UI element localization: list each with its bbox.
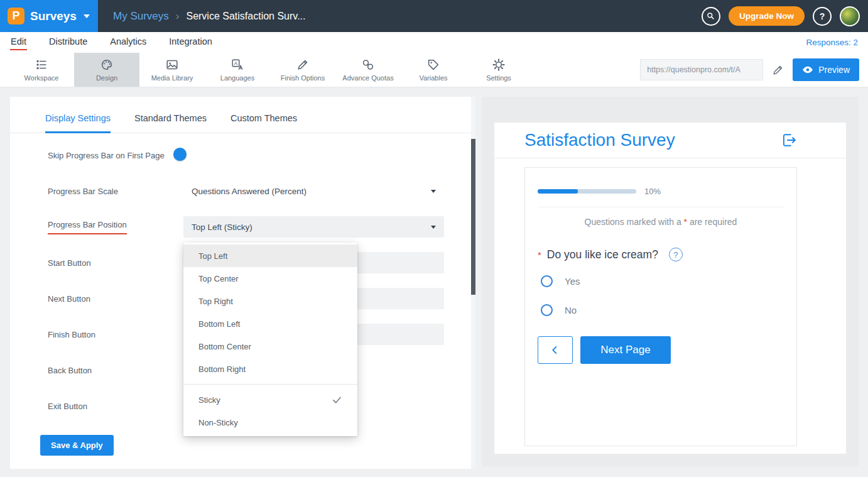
radio-icon[interactable]: [541, 275, 553, 287]
svg-text:A: A: [234, 60, 238, 67]
toolbar-label: Workspace: [24, 74, 59, 82]
preview-button[interactable]: Preview: [793, 58, 859, 81]
survey-url-input[interactable]: [640, 59, 763, 80]
dropdown-option-top-right[interactable]: Top Right: [183, 290, 357, 312]
dropdown-option-non-sticky[interactable]: Non-Sticky: [183, 411, 357, 434]
dropdown-divider: [183, 384, 357, 385]
tab-standard-themes[interactable]: Standard Themes: [134, 113, 207, 133]
dropdown-option-label: Bottom Right: [198, 365, 246, 374]
back-button-label: Back Button: [48, 366, 183, 375]
option-label: Yes: [565, 276, 580, 287]
dropdown-option-bottom-right[interactable]: Bottom Right: [183, 358, 357, 380]
tab-display-settings[interactable]: Display Settings: [45, 113, 111, 133]
toggle-knob: [173, 148, 187, 161]
required-note: Questions marked with a * are required: [538, 207, 784, 240]
next-page-button[interactable]: Next Page: [580, 336, 671, 364]
settings-gear-icon: [492, 58, 506, 72]
previous-page-button[interactable]: [538, 336, 573, 364]
next-button-label: Next Button: [48, 294, 183, 304]
dropdown-option-sticky[interactable]: Sticky: [183, 388, 357, 411]
questionpro-logo-icon: P: [8, 8, 24, 25]
toolbar-item-finish-options[interactable]: Finish Options: [270, 53, 335, 87]
question-card: 10% Questions marked with a * are requir…: [524, 167, 797, 446]
chevron-left-icon: [548, 343, 562, 357]
media-library-icon: [165, 58, 179, 72]
dropdown-option-label: Top Left: [198, 251, 227, 261]
finish-options-icon: [296, 58, 310, 72]
toolbar-label: Advance Quotas: [342, 74, 393, 82]
tab-analytics[interactable]: Analytics: [109, 35, 147, 50]
edit-toolbar: Workspace Design Media Library: [0, 53, 868, 87]
design-palette-icon: [100, 58, 114, 72]
breadcrumb-separator-icon: ›: [176, 10, 180, 23]
skip-progress-bar-label: Skip Progress Bar on First Page: [48, 151, 183, 160]
dropdown-option-top-center[interactable]: Top Center: [183, 267, 357, 290]
question-required-star: *: [538, 249, 541, 260]
chevron-down-icon: [431, 226, 436, 229]
design-settings-panel: Display Settings Standard Themes Custom …: [10, 97, 475, 469]
position-dropdown-menu: Top Left Top Center Top Right Bottom Lef…: [183, 243, 357, 436]
save-apply-button[interactable]: Save & Apply: [40, 435, 114, 456]
question-help-icon[interactable]: ?: [669, 248, 683, 261]
dropdown-option-top-left[interactable]: Top Left: [183, 244, 357, 267]
responses-count-link[interactable]: Responses: 2: [806, 38, 858, 47]
module-tab-bar: Edit Distribute Analytics Integration Re…: [0, 32, 868, 53]
progress-bar-position-row: Progress Bar Position Top Left (Sticky) …: [48, 216, 475, 238]
start-button-label: Start Button: [48, 258, 183, 268]
chevron-down-icon: [431, 190, 436, 193]
topbar-actions: Upgrade Now ?: [702, 6, 868, 26]
search-button[interactable]: [702, 7, 720, 26]
dropdown-option-label: Top Center: [198, 274, 239, 283]
breadcrumb-my-surveys[interactable]: My Surveys: [113, 10, 169, 23]
progress-bar-scale-value: Questions Answered (Percent): [192, 187, 307, 196]
dropdown-option-bottom-left[interactable]: Bottom Left: [183, 312, 357, 335]
tab-integration[interactable]: Integration: [168, 35, 213, 50]
survey-body: 10% Questions marked with a * are requir…: [494, 158, 846, 446]
dropdown-option-label: Non-Sticky: [198, 418, 238, 427]
toolbar-item-design[interactable]: Design: [74, 53, 139, 87]
tab-edit[interactable]: Edit: [10, 35, 27, 50]
toolbar-item-settings[interactable]: Settings: [466, 53, 531, 87]
toolbar-item-media-library[interactable]: Media Library: [139, 53, 205, 87]
breadcrumb-current-survey: Service Satisfaction Surv...: [186, 11, 305, 22]
tab-distribute[interactable]: Distribute: [48, 35, 88, 50]
toolbar-label: Variables: [419, 74, 447, 82]
avatar[interactable]: [840, 6, 860, 26]
toolbar-label: Settings: [486, 74, 511, 82]
progress-bar-track: [538, 189, 636, 194]
chevron-down-icon: [84, 14, 90, 18]
toolbar-item-variables[interactable]: Variables: [401, 53, 466, 87]
advance-quotas-icon: [361, 58, 375, 72]
answer-option-yes[interactable]: Yes: [541, 275, 784, 287]
survey-preview-card: Satisfaction Survey 10%: [494, 123, 846, 454]
toolbar-label: Design: [96, 74, 117, 82]
answer-option-no[interactable]: No: [541, 304, 784, 316]
scrollbar-track[interactable]: [471, 97, 475, 469]
upgrade-now-button[interactable]: Upgrade Now: [729, 6, 805, 26]
radio-icon[interactable]: [541, 304, 553, 316]
toolbar-item-workspace[interactable]: Workspace: [9, 53, 74, 87]
progress-bar-position-value: Top Left (Sticky): [192, 222, 252, 232]
scrollbar-thumb[interactable]: [471, 139, 475, 295]
tab-custom-themes[interactable]: Custom Themes: [231, 113, 297, 133]
dropdown-option-label: Bottom Left: [198, 319, 240, 329]
progress-bar-scale-label: Progress Bar Scale: [48, 187, 183, 196]
toolbar-item-languages[interactable]: A Languages: [205, 53, 270, 87]
progress-bar-position-select[interactable]: Top Left (Sticky): [183, 216, 444, 238]
design-tabs: Display Settings Standard Themes Custom …: [10, 97, 475, 133]
workspace-icon: [35, 58, 48, 72]
product-switcher[interactable]: P Surveys: [0, 0, 98, 32]
dropdown-option-bottom-center[interactable]: Bottom Center: [183, 335, 357, 358]
survey-header: Satisfaction Survey: [494, 123, 846, 158]
top-bar: P Surveys My Surveys › Service Satisfact…: [0, 0, 868, 32]
finish-button-label: Finish Button: [48, 330, 183, 339]
required-note-text: Questions marked with a: [585, 217, 684, 227]
edit-url-pencil-icon[interactable]: [772, 64, 784, 76]
progress-bar-scale-select[interactable]: Questions Answered (Percent): [183, 180, 444, 202]
toolbar-item-advance-quotas[interactable]: Advance Quotas: [335, 53, 401, 87]
search-icon: [706, 11, 715, 21]
exit-survey-icon[interactable]: [781, 132, 797, 148]
eye-icon: [802, 64, 813, 75]
help-button[interactable]: ?: [813, 7, 832, 26]
required-note-text: are required: [687, 217, 737, 227]
